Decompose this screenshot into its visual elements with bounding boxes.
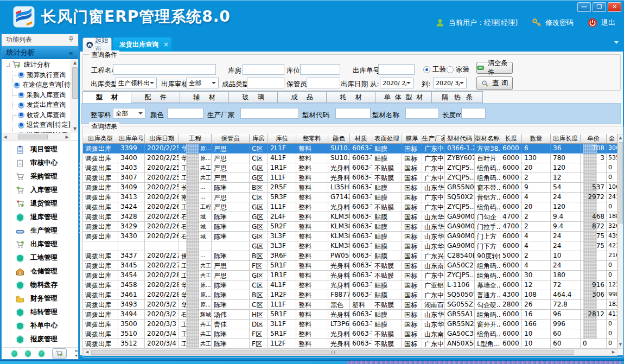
column-header[interactable]: 单价	[581, 134, 607, 144]
table-row[interactable]: 调拨出库34072020/2/25工共工程严思G区1L1F整料光身料6063-T…	[83, 173, 617, 183]
tree-item[interactable]: 预算执行查询	[2, 70, 71, 80]
sidebar-item-物料盘存[interactable]: 物料盘存	[2, 278, 78, 292]
date-from-select[interactable]: 2020/ 2/16	[380, 78, 413, 88]
out-type-select[interactable]: 生产领料出库	[116, 78, 157, 88]
sidebar-item-仓储管理[interactable]: 仓储管理	[2, 265, 78, 278]
tree-root[interactable]: 统计分析	[2, 59, 71, 70]
column-header[interactable]: 库房	[250, 134, 268, 144]
column-header[interactable]: 保管员	[212, 134, 250, 144]
nav-dot-button[interactable]	[39, 350, 44, 357]
keeper-input[interactable]	[307, 78, 340, 88]
more-buttons-chevron[interactable]: »▾	[74, 349, 78, 358]
tree-expand-icon[interactable]	[6, 63, 10, 67]
tree-item[interactable]: 发货出库查询	[2, 100, 71, 111]
sidebar-item-报废管理[interactable]: 报废管理	[2, 333, 78, 346]
column-header[interactable]: 材质	[350, 134, 372, 144]
column-header[interactable]: 出库单号	[118, 134, 145, 144]
table-row[interactable]: 调拨出库34132020/2/26南...严思C区5R3F整料G71422606…	[83, 193, 617, 202]
tab-active[interactable]: 发货出库查询 ×	[113, 37, 171, 52]
column-header[interactable]: 型材代码	[445, 134, 475, 144]
name-input[interactable]	[405, 108, 439, 119]
sidebar-item-采购管理[interactable]: 采购管理	[2, 170, 78, 183]
radio-homewear[interactable]: 家装	[447, 65, 469, 74]
table-row[interactable]: 调拨出库34932020/3/2华原...陈琳C区1L1F整料黑色塑料不贴膜国标…	[83, 300, 617, 310]
maximize-button[interactable]: ❐	[593, 2, 606, 12]
radio-workwear[interactable]: 工装	[423, 65, 446, 74]
table-row[interactable]: 调拨出库34942020/3/2石辉城汤伟H区5R1F整料光身料6063-T5贴…	[83, 310, 617, 320]
tree-item[interactable]: 采购入库查询	[2, 90, 71, 100]
column-header[interactable]: 工程	[179, 134, 212, 144]
material-tab-单体型材[interactable]: 单体型材	[375, 91, 432, 103]
sidebar-item-退库管理[interactable]: 退库管理	[2, 210, 78, 224]
material-tab-辅材[interactable]: 辅材	[180, 91, 229, 103]
color-input[interactable]	[167, 108, 203, 119]
table-vscrollbar[interactable]: ▲▼	[617, 134, 623, 349]
project-name-input[interactable]	[113, 64, 216, 75]
table-row[interactable]: 调拨出库35002020/3/3工共工程曹佳D区3L1F整料LT3P606063…	[83, 320, 617, 329]
date-to-select[interactable]: 2020/ 3/16	[433, 78, 467, 88]
table-row[interactable]: 调拨出库34092020/2/25长...陈琳B区2R5F整料LI35HD606…	[83, 183, 617, 193]
tree-item[interactable]: 收货入库查询	[2, 110, 71, 120]
column-header[interactable]: 整零料	[296, 134, 328, 144]
tab-close-icon[interactable]: ×	[163, 41, 169, 48]
column-header[interactable]: 出库长度	[551, 134, 581, 144]
minimize-button[interactable]: —	[577, 2, 591, 12]
table-row[interactable]: 调拨出库34282020/2/26石城陈琳G区2L4F整料KLM38176063…	[83, 212, 617, 222]
table-row[interactable]: 调拨出库34542020/2/28工共工程严思G区1R1F整料光身料6063-T…	[83, 271, 617, 280]
table-row[interactable]: 调拨出库34582020/2/28华原...陈琳C区4L1F整料光身料6063-…	[83, 280, 617, 290]
table-hscrollbar[interactable]: ◀▶	[83, 349, 617, 356]
change-password-link[interactable]: 修改密码	[545, 18, 574, 28]
sidebar-item-结转管理[interactable]: 结转管理	[2, 305, 78, 319]
column-header[interactable]: 出库类型	[83, 134, 118, 144]
nav-cart-button[interactable]	[52, 348, 67, 359]
sidebar-item-退货管理[interactable]: 退货管理	[2, 197, 78, 210]
tree-hscrollbar[interactable]: ◀▶	[2, 133, 71, 140]
table-row[interactable]: 调拨出库34002020/2/25华原...严思C区4L1F整料SU10...6…	[83, 154, 617, 163]
table-row[interactable]: 调拨出库34372020/2/27佛...陈琳B区3R6F整料PW056063-…	[83, 251, 617, 261]
tab-list-dropdown-icon[interactable]	[614, 41, 619, 44]
sidebar-item-财务管理[interactable]: 财务管理	[2, 292, 78, 305]
table-row[interactable]: 调拨出库34242020/2/26工工程严思G区1L1F整料光身料6063-T5…	[83, 202, 617, 212]
sidebar-item-审核中心[interactable]: 审核中心	[2, 156, 78, 170]
sidebar-item-入库管理[interactable]: 入库管理	[2, 183, 78, 197]
table-row[interactable]: G区3L3F整料KLM38176063-T5贴膜国标山东华...GA90M09.…	[83, 241, 617, 251]
order-no-input[interactable]	[378, 64, 415, 75]
close-button[interactable]: ✕	[608, 2, 621, 12]
code-input[interactable]	[335, 108, 371, 119]
material-tab-隔热条[interactable]: 隔热条	[432, 91, 483, 103]
column-header[interactable]: 膜厚	[402, 134, 422, 144]
column-header[interactable]: 出库日期	[145, 134, 179, 144]
maker-input[interactable]	[240, 108, 299, 119]
material-tab-成品[interactable]: 成品	[278, 91, 327, 103]
sidebar-item-项目管理[interactable]: 项目管理	[2, 143, 78, 156]
sidebar-item-出库管理[interactable]: 出库管理	[2, 238, 78, 251]
length-input[interactable]	[461, 108, 486, 119]
nav-dot-button[interactable]	[11, 350, 17, 357]
table-row[interactable]: 调拨出库33992020/2/25华原...严思C区2L1F整料SU10...6…	[83, 144, 617, 154]
tree-item[interactable]: 在途信息查询[待	[2, 80, 71, 91]
material-tab-玻璃[interactable]: 玻璃	[229, 91, 278, 103]
column-header[interactable]: 数量	[522, 134, 551, 144]
location-input[interactable]	[300, 64, 340, 75]
table-row[interactable]: 调拨出库34452020/2/27工共工程严思F区5R1F整料光身料6063-T…	[83, 261, 617, 271]
column-header[interactable]: 库位	[268, 134, 296, 144]
table-row[interactable]: 调拨出库35102020/3/4工共工程陈琳F区5R1F整料光身料6063-T5…	[83, 329, 617, 339]
warehouse-input[interactable]	[243, 64, 284, 75]
column-header[interactable]: 金	[607, 134, 617, 144]
logout-link[interactable]: 退出	[601, 18, 615, 28]
sidebar-item-工地管理[interactable]: 工地管理	[2, 251, 78, 265]
material-tab-型材[interactable]: 型材	[82, 91, 131, 103]
column-header[interactable]: 颜色	[328, 134, 350, 144]
column-header[interactable]: 型材名称	[475, 134, 500, 144]
column-header[interactable]: 生产厂家	[422, 134, 445, 144]
audit-select[interactable]: 全部	[186, 78, 219, 88]
table-row[interactable]: 调拨出库34302020/2/26石城陈琳G区3L3F整料KLM38176063…	[83, 232, 617, 241]
table-row[interactable]: 调拨出库34032020/2/25工共工程严思G区1R1F整料光身料6063-T…	[83, 163, 617, 173]
table-row[interactable]: 调拨出库35122020/3/4工共工程陈琳F区1L2F整料光身料6063-T5…	[83, 339, 617, 349]
clear-conditions-button[interactable]: 清空条件	[476, 62, 513, 74]
column-header[interactable]: 表面处理	[372, 134, 402, 144]
whole-select[interactable]: 全部	[113, 108, 145, 119]
table-row[interactable]: 调拨出库34292020/2/26石城陈琳G区5R2F整料KLM38176063…	[83, 222, 617, 232]
nav-dot-button[interactable]	[25, 350, 31, 357]
search-button[interactable]: 查 询	[476, 76, 513, 90]
